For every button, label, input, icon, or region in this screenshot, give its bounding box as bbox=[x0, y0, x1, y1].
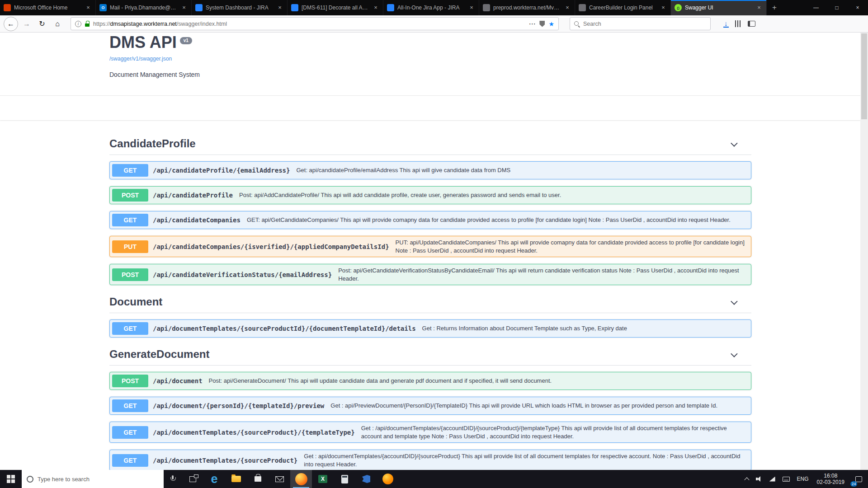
browser-tab[interactable]: preprod.workterra.net/MvcComp× bbox=[479, 0, 575, 15]
clock[interactable]: 16:08 02-03-2019 bbox=[812, 470, 849, 488]
file-explorer-taskbar-button[interactable] bbox=[225, 470, 247, 488]
tab-title: [DMS-611] Decorate all APIs bbox=[302, 5, 369, 11]
api-section: CandidateProfileGET/api/candidateProfile… bbox=[109, 134, 751, 285]
url-path: /swagger/index.html bbox=[177, 21, 227, 27]
chevron-down-icon[interactable] bbox=[731, 350, 738, 357]
calculator-taskbar-button[interactable] bbox=[334, 470, 355, 488]
chevron-down-icon[interactable] bbox=[731, 298, 738, 305]
vscode-taskbar-button[interactable] bbox=[355, 470, 377, 488]
api-operation-row[interactable]: GET/api/document/{personId}/{templateId}… bbox=[109, 397, 751, 415]
api-title-text: DMS API bbox=[109, 33, 177, 52]
windows-logo-icon bbox=[7, 475, 15, 483]
microphone-icon bbox=[170, 475, 176, 483]
store-taskbar-button[interactable] bbox=[247, 470, 269, 488]
site-info-icon[interactable]: i bbox=[75, 21, 81, 27]
api-operation-row[interactable]: GET/api/documentTemplates/{sourceProduct… bbox=[109, 319, 751, 338]
api-operation-row[interactable]: GET/api/candidateCompaniesGET: api/GetCa… bbox=[109, 211, 751, 229]
network-icon bbox=[769, 477, 775, 482]
tab-close-icon[interactable]: × bbox=[468, 4, 475, 11]
api-operation-row[interactable]: POST/api/candidateVerificationStatus/{em… bbox=[109, 264, 751, 285]
firefox-orange-icon bbox=[382, 474, 393, 484]
page-actions-icon[interactable]: ⋯ bbox=[528, 20, 536, 28]
taskbar-apps: eX bbox=[182, 470, 399, 488]
volume-button[interactable] bbox=[752, 470, 766, 488]
browser-tab[interactable]: OMail - Priya.Dhamande@car× bbox=[96, 0, 192, 15]
tab-close-icon[interactable]: × bbox=[372, 4, 379, 11]
window-close-button[interactable]: × bbox=[847, 0, 868, 15]
browser-tab[interactable]: All-In-One Jira App - JIRA× bbox=[383, 0, 479, 15]
window-controls: — □ × bbox=[806, 0, 868, 15]
back-button[interactable]: ← bbox=[4, 17, 18, 31]
home-button[interactable]: ⌂ bbox=[51, 17, 64, 31]
api-operation-row[interactable]: PUT/api/candidateCompanies/{isverified}/… bbox=[109, 236, 751, 257]
tab-close-icon[interactable]: × bbox=[85, 4, 92, 11]
mail-taskbar-button[interactable] bbox=[269, 470, 290, 488]
forward-button[interactable]: → bbox=[20, 17, 33, 31]
operation-description: Get: api/candidateProfile/emailAddress T… bbox=[296, 166, 749, 174]
search-bar[interactable] bbox=[570, 17, 711, 30]
tab-close-icon[interactable]: × bbox=[755, 4, 763, 11]
shield-icon[interactable] bbox=[539, 21, 545, 27]
sidebar-icon[interactable] bbox=[748, 21, 755, 27]
version-badge: v1 bbox=[180, 37, 192, 44]
tab-close-icon[interactable]: × bbox=[180, 4, 188, 11]
tab-close-icon[interactable]: × bbox=[276, 4, 283, 11]
method-badge: GET bbox=[112, 426, 148, 439]
scrollbar-track[interactable] bbox=[860, 33, 868, 470]
api-operation-row[interactable]: GET/api/documentTemplates/{sourceProduct… bbox=[109, 422, 751, 443]
browser-tab[interactable]: Microsoft Office Home× bbox=[0, 0, 96, 15]
start-button[interactable] bbox=[0, 470, 22, 488]
method-badge: GET bbox=[112, 164, 148, 177]
browser-tab[interactable]: System Dashboard - JIRA× bbox=[192, 0, 288, 15]
operation-path: /api/documentTemplates/{sourceProduct} bbox=[153, 457, 297, 464]
api-section: GenerateDocumentPOST/api/documentPost: a… bbox=[109, 344, 751, 470]
language-indicator[interactable]: ENG bbox=[793, 470, 812, 488]
hidden-icons-button[interactable] bbox=[741, 470, 752, 488]
network-button[interactable] bbox=[766, 470, 779, 488]
action-center-button[interactable]: 24 bbox=[849, 470, 868, 488]
minimize-button[interactable]: — bbox=[806, 0, 826, 15]
browser-tab-bar: Microsoft Office Home×OMail - Priya.Dham… bbox=[0, 0, 868, 15]
firefox-orange-taskbar-button[interactable] bbox=[377, 470, 399, 488]
maximize-button[interactable]: □ bbox=[826, 0, 847, 15]
chevron-down-icon[interactable] bbox=[731, 140, 738, 147]
search-input[interactable] bbox=[583, 21, 707, 27]
tab-title: Microsoft Office Home bbox=[14, 5, 81, 11]
firefox-taskbar-button[interactable] bbox=[290, 470, 312, 488]
api-operation-row[interactable]: POST/api/candidateProfilePost: api/AddCa… bbox=[109, 186, 751, 204]
operation-path: /api/document/{personId}/{templateId}/pr… bbox=[153, 402, 324, 409]
method-badge: GET bbox=[112, 322, 148, 335]
browser-tab[interactable]: {}Swagger UI× bbox=[671, 0, 767, 15]
scrollbar-thumb[interactable] bbox=[861, 33, 867, 119]
refresh-button[interactable]: ↻ bbox=[35, 17, 49, 31]
keyboard-icon bbox=[783, 477, 790, 482]
section-header-document[interactable]: Document bbox=[109, 292, 751, 313]
tab-close-icon[interactable]: × bbox=[660, 4, 667, 11]
section-header-generatedocument[interactable]: GenerateDocument bbox=[109, 344, 751, 366]
api-title: DMS APIv1 bbox=[109, 33, 751, 52]
bookmark-star-icon[interactable]: ★ bbox=[548, 21, 554, 27]
browser-tab[interactable]: CareerBuilder Login Panel× bbox=[575, 0, 671, 15]
api-description: Document Management System bbox=[109, 71, 751, 78]
api-operation-row[interactable]: GET/api/candidateProfile/{emailAddress}G… bbox=[109, 161, 751, 179]
excel-taskbar-button[interactable]: X bbox=[312, 470, 334, 488]
url-bar[interactable]: i https://dmsapistage.workterra.net/swag… bbox=[71, 17, 559, 30]
api-section: DocumentGET/api/documentTemplates/{sourc… bbox=[109, 292, 751, 338]
tab-close-icon[interactable]: × bbox=[564, 4, 571, 11]
clock-date: 02-03-2019 bbox=[817, 479, 844, 485]
api-operation-row[interactable]: POST/api/documentPost: api/GenerateDocum… bbox=[109, 372, 751, 390]
operation-path: /api/candidateCompanies bbox=[153, 216, 241, 224]
touch-keyboard-button[interactable] bbox=[779, 470, 793, 488]
library-icon[interactable] bbox=[735, 20, 741, 27]
downloads-icon[interactable]: ↓ bbox=[723, 20, 729, 28]
new-tab-button[interactable]: + bbox=[767, 0, 782, 15]
spec-link[interactable]: /swagger/v1/swagger.json bbox=[109, 56, 172, 62]
microphone-button[interactable] bbox=[164, 470, 182, 488]
edge-taskbar-button[interactable]: e bbox=[203, 470, 225, 488]
api-operation-row[interactable]: GET/api/documentTemplates/{sourceProduct… bbox=[109, 450, 751, 470]
tab-title: Mail - Priya.Dhamande@car bbox=[110, 5, 177, 11]
taskbar-search-box[interactable]: Type here to search bbox=[22, 470, 164, 488]
task-view-taskbar-button[interactable] bbox=[182, 470, 203, 488]
section-header-candidateprofile[interactable]: CandidateProfile bbox=[109, 134, 751, 155]
browser-tab[interactable]: [DMS-611] Decorate all APIs× bbox=[288, 0, 383, 15]
